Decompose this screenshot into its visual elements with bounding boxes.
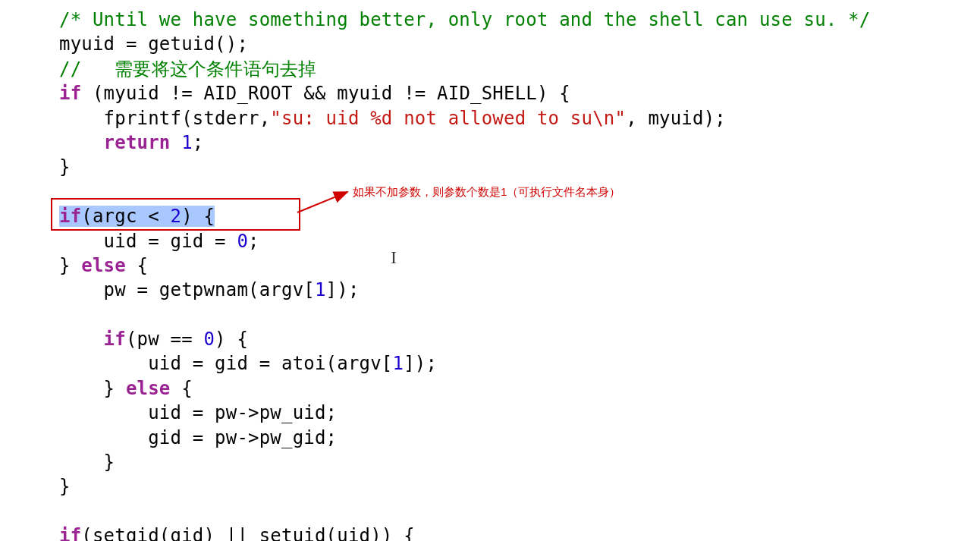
kw-if: if [59,525,81,541]
kw-if: if [59,206,81,227]
comment-line-cn: // 需要将这个条件语句去掉 [59,58,316,80]
kw-return: return [59,132,171,153]
annotation-text: 如果不加参数，则参数个数是1（可执行文件名本身） [353,184,620,200]
comment-line: /* Until we have something better, only … [59,9,870,30]
code-block: /* Until we have something better, only … [0,0,980,541]
kw-if: if [59,83,81,104]
selected-if-argc: if(argc < 2) { [59,206,215,227]
kw-else: else [126,378,171,399]
kw-if: if [59,329,126,350]
kw-else: else [81,255,126,276]
code-line: myuid = getuid(); [59,33,248,55]
text-caret-icon: I [391,245,397,269]
string-literal: "su: uid %d not allowed to su\n" [270,108,626,129]
